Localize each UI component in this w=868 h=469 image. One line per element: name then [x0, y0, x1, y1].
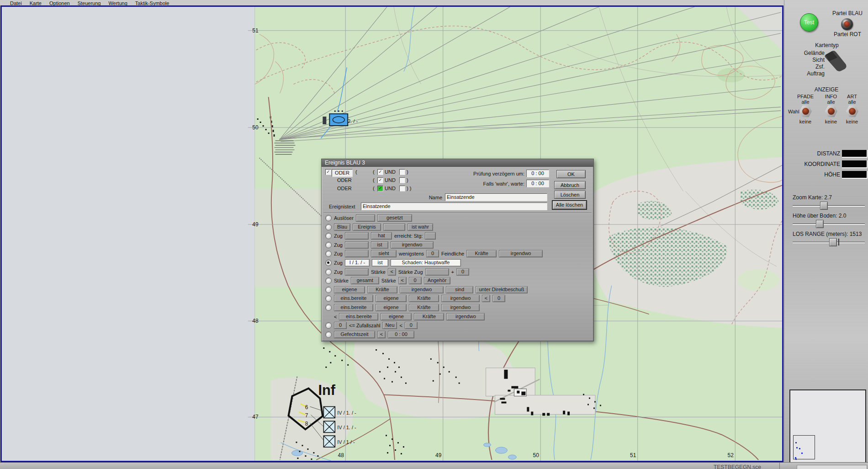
condition-radio[interactable]	[325, 331, 332, 338]
condition-radio[interactable]	[325, 322, 332, 329]
delay-field[interactable]: 0 : 00	[526, 170, 549, 177]
menu-wertung[interactable]: Wertung	[108, 0, 127, 6]
condition-box[interactable]: Blau	[334, 224, 350, 231]
menu-optionen[interactable]: Optionen	[49, 0, 70, 6]
condition-box[interactable]: Kräfte	[466, 250, 497, 257]
condition-box[interactable]: Kräfte	[409, 295, 439, 302]
name-field[interactable]: Einsatzende	[445, 193, 547, 201]
condition-box[interactable]: eigene	[334, 286, 365, 293]
condition-box[interactable]: <	[482, 295, 490, 302]
condition-box[interactable]: <	[388, 268, 396, 276]
condition-box[interactable]: eigene	[381, 313, 412, 320]
condition-box[interactable]: Angehör	[424, 277, 450, 284]
condition-box[interactable]: unter Direktbeschuß	[476, 286, 528, 293]
kartentyp-option-gelnde[interactable]: Gelände	[793, 50, 825, 56]
menu-datei[interactable]: Datei	[10, 0, 22, 6]
condition-box[interactable]: Kräfte	[414, 313, 444, 320]
kartentyp-option-auftrag[interactable]: Auftrag	[793, 70, 825, 77]
condition-box[interactable]: <	[377, 331, 386, 338]
und-checkbox-right[interactable]	[399, 169, 405, 175]
menu-steuerung[interactable]: Steuerung	[78, 0, 101, 6]
event-dialog[interactable]: Ereignis BLAU 3 ✓ODER((✓UND)ODER(✓UND)OD…	[321, 159, 594, 341]
condition-radio[interactable]	[325, 304, 332, 311]
condition-box[interactable]: Neu	[382, 322, 397, 329]
condition-box[interactable]: Kräfte	[367, 286, 397, 293]
minimap-viewport[interactable]	[793, 435, 815, 459]
art-knob[interactable]	[846, 105, 858, 117]
condition-box[interactable]: irgendwo	[391, 241, 434, 249]
condition-box[interactable]: 0	[405, 322, 418, 329]
condition-box[interactable]: eigene	[376, 304, 407, 311]
event-enabled-checkbox[interactable]: ✓	[325, 169, 331, 175]
condition-box[interactable]: <	[398, 277, 407, 284]
condition-box[interactable]: gesamt	[351, 277, 379, 284]
condition-box[interactable]: sieht	[371, 250, 397, 257]
condition-radio[interactable]	[325, 215, 332, 221]
wait-field[interactable]: 0 : 00	[526, 180, 549, 187]
ok-button[interactable]: OK	[556, 170, 586, 178]
condition-box[interactable]: I / 1. / -	[345, 259, 370, 266]
kartentyp-option-sicht[interactable]: Sicht	[793, 57, 825, 63]
pfade-knob[interactable]	[799, 105, 812, 117]
kartentyp-pointer-knob[interactable]	[824, 50, 847, 71]
slider-handle-0[interactable]	[820, 202, 828, 210]
dialog-title[interactable]: Ereignis BLAU 3	[322, 159, 593, 167]
condition-box[interactable]	[345, 232, 369, 240]
condition-box[interactable]: ist	[372, 259, 388, 266]
condition-box[interactable]: 0	[492, 295, 505, 302]
condition-radio[interactable]	[325, 260, 332, 266]
condition-box[interactable]: eigene	[376, 295, 407, 302]
condition-box[interactable]: ist	[371, 241, 388, 249]
condition-radio[interactable]	[325, 242, 332, 248]
slider-track-0[interactable]	[793, 205, 865, 207]
info-knob[interactable]	[825, 105, 837, 117]
condition-box[interactable]: Kräfte	[409, 304, 439, 311]
condition-box[interactable]	[345, 250, 369, 257]
und-checkbox-left[interactable]: ✓	[377, 186, 383, 192]
condition-box[interactable]	[425, 232, 436, 240]
condition-box[interactable]: eins.bereite	[339, 313, 378, 320]
alle-loeschen-button[interactable]: Alle löschen	[552, 201, 587, 209]
condition-box[interactable]: sind	[446, 286, 473, 293]
condition-radio[interactable]	[325, 250, 332, 257]
und-checkbox-right[interactable]	[399, 186, 405, 192]
oder-selector[interactable]: ODER	[332, 169, 353, 177]
condition-box[interactable]: 0 : 00	[388, 331, 414, 338]
menu-taktik-symbole[interactable]: Taktik-Symbole	[135, 0, 169, 6]
condition-box[interactable]	[345, 241, 369, 249]
condition-box[interactable]: Gefechtszeit	[334, 331, 375, 338]
condition-box[interactable]: irgendwo	[441, 295, 480, 302]
condition-box[interactable]: eins.bereite	[334, 295, 373, 302]
condition-box[interactable]: Ereignis	[353, 224, 381, 231]
condition-box[interactable]: 0	[426, 250, 439, 257]
condition-box[interactable]: 0	[456, 268, 469, 276]
condition-box[interactable]	[425, 268, 449, 276]
und-checkbox-left[interactable]: ✓	[377, 169, 383, 175]
condition-box[interactable]: irgendwo	[446, 313, 485, 320]
condition-box[interactable]	[345, 268, 369, 276]
condition-radio[interactable]	[325, 295, 332, 302]
slider-track-2[interactable]	[793, 242, 865, 243]
condition-box[interactable]: Schaden: Hauptwaffe	[391, 259, 461, 266]
condition-box[interactable]: 0	[409, 277, 422, 284]
kartentyp-option-zsf[interactable]: Zsf.	[793, 64, 825, 70]
condition-box[interactable]	[356, 214, 375, 222]
condition-box[interactable]: irgendwo	[441, 304, 480, 311]
condition-box[interactable]: eins.bereite	[334, 304, 373, 311]
condition-box[interactable]: 0	[334, 322, 347, 329]
slider-handle-2[interactable]	[829, 238, 837, 246]
slider-track-1[interactable]	[793, 224, 865, 225]
condition-radio[interactable]	[325, 224, 332, 230]
condition-box[interactable]: irgendwo	[499, 250, 543, 257]
condition-box[interactable]: hat	[371, 232, 392, 240]
abbruch-button[interactable]: Abbruch	[554, 181, 586, 189]
overview-minimap[interactable]	[789, 389, 866, 465]
und-checkbox-right[interactable]	[399, 177, 405, 183]
condition-radio[interactable]	[325, 269, 332, 275]
condition-radio[interactable]	[325, 287, 332, 293]
infantry-unit-symbols[interactable]	[323, 406, 335, 447]
condition-radio[interactable]	[325, 277, 332, 284]
und-checkbox-left[interactable]: ✓	[377, 177, 383, 183]
slider-handle-1[interactable]	[816, 220, 824, 228]
eventtext-field[interactable]: Einsatzende	[361, 203, 547, 210]
